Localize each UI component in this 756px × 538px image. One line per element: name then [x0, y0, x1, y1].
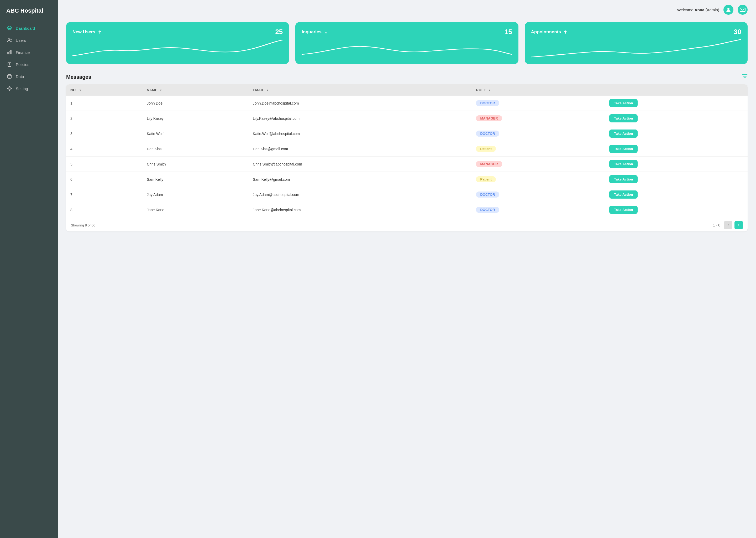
take-action-button[interactable]: Take Action [609, 130, 638, 138]
svg-rect-12 [740, 8, 745, 12]
prev-page-button[interactable]: ‹ [724, 221, 732, 229]
svg-point-9 [8, 75, 11, 76]
svg-point-0 [8, 39, 10, 40]
sidebar-item-setting[interactable]: Setting [3, 83, 55, 94]
table-row: 2 Lily Kasey Lily.Kasey@abchospital.com … [66, 111, 748, 126]
messages-table-wrap: NO. ▼ NAME ▼ EMAIL ▼ ROLE ▼ 1 John Doe J… [66, 84, 748, 232]
cell-action: Take Action [605, 111, 748, 126]
stat-label-appointments: Appointments [531, 29, 568, 35]
messages-table: NO. ▼ NAME ▼ EMAIL ▼ ROLE ▼ 1 John Doe J… [66, 84, 748, 217]
filter-icon[interactable] [742, 74, 748, 81]
cell-role: Patient [472, 172, 605, 187]
sidebar-item-dashboard-label: Dashboard [16, 26, 35, 30]
cell-email: Jane.Kane@abchospital.com [249, 202, 472, 218]
cell-action: Take Action [605, 202, 748, 218]
welcome-text: Welcome Anna (Admin) [677, 8, 719, 12]
messages-header: Messages [66, 74, 748, 81]
sidebar-item-dashboard[interactable]: Dashboard [3, 23, 55, 34]
take-action-button[interactable]: Take Action [609, 175, 638, 183]
cell-email: Katie.Wolf@abchospital.com [249, 126, 472, 141]
nav-items: Dashboard Users Finance [0, 23, 58, 94]
stat-chart-appointments [531, 39, 741, 60]
sidebar-item-data[interactable]: Data [3, 71, 55, 82]
cell-name: Sam Kelly [143, 172, 249, 187]
pagination-nav: 1 - 8 ‹ › [713, 221, 743, 229]
cell-name: Chris Smith [143, 157, 249, 172]
sidebar-item-users[interactable]: Users [3, 35, 55, 46]
role-badge: Patient [476, 146, 496, 152]
table-header-row: NO. ▼ NAME ▼ EMAIL ▼ ROLE ▼ [66, 84, 748, 96]
cell-name: Lily Kasey [143, 111, 249, 126]
cell-no: 4 [66, 141, 143, 157]
take-action-button[interactable]: Take Action [609, 190, 638, 198]
cell-no: 1 [66, 96, 143, 111]
cell-email: John.Doe@abchospital.com [249, 96, 472, 111]
cell-email: Chris.Smith@abchospital.com [249, 157, 472, 172]
sidebar-item-data-label: Data [16, 74, 24, 79]
gear-icon [7, 86, 12, 91]
cell-email: Sam.Kelly@gmail.com [249, 172, 472, 187]
svg-rect-2 [8, 52, 8, 54]
col-header-role[interactable]: ROLE ▼ [472, 84, 605, 96]
col-header-action [605, 84, 748, 96]
sidebar-item-policies-label: Policies [16, 62, 29, 67]
cell-name: Jay Adam [143, 187, 249, 202]
svg-rect-4 [11, 50, 11, 54]
role-badge: DOCTOR [476, 191, 499, 197]
take-action-button[interactable]: Take Action [609, 145, 638, 153]
stat-card-new-users: New Users 25 [66, 22, 289, 64]
page-range: 1 - 8 [713, 223, 720, 227]
pagination: Showing 8 of 60 1 - 8 ‹ › [66, 217, 748, 232]
cell-email: Lily.Kasey@abchospital.com [249, 111, 472, 126]
cell-name: Dan Kiss [143, 141, 249, 157]
table-row: 5 Chris Smith Chris.Smith@abchospital.co… [66, 157, 748, 172]
take-action-button[interactable]: Take Action [609, 114, 638, 123]
users-icon [7, 37, 12, 43]
cell-role: MANAGER [472, 157, 605, 172]
cell-role: Patient [472, 141, 605, 157]
cell-role: DOCTOR [472, 96, 605, 111]
cell-email: Jay.Adam@abchospital.com [249, 187, 472, 202]
col-header-no[interactable]: NO. ▼ [66, 84, 143, 96]
cell-action: Take Action [605, 172, 748, 187]
col-header-email[interactable]: EMAIL ▼ [249, 84, 472, 96]
cell-action: Take Action [605, 187, 748, 202]
sidebar: ABC Hospital Dashboard User [0, 0, 58, 538]
col-header-name[interactable]: NAME ▼ [143, 84, 249, 96]
cell-action: Take Action [605, 141, 748, 157]
stat-value-new-users: 25 [275, 28, 283, 36]
svg-rect-3 [9, 51, 10, 54]
profile-icon[interactable] [724, 5, 733, 15]
sidebar-item-policies[interactable]: Policies [3, 59, 55, 70]
cell-no: 6 [66, 172, 143, 187]
layers-icon [7, 26, 12, 31]
chart-bar-icon [7, 50, 12, 55]
take-action-button[interactable]: Take Action [609, 206, 638, 214]
cell-name: John Doe [143, 96, 249, 111]
messages-title: Messages [66, 74, 91, 80]
file-icon [7, 62, 12, 67]
take-action-button[interactable]: Take Action [609, 160, 638, 168]
stat-value-inquaries: 15 [504, 28, 512, 36]
table-row: 3 Katie Wolf Katie.Wolf@abchospital.com … [66, 126, 748, 141]
table-row: 7 Jay Adam Jay.Adam@abchospital.com DOCT… [66, 187, 748, 202]
take-action-button[interactable]: Take Action [609, 99, 638, 107]
sidebar-item-setting-label: Setting [16, 86, 28, 91]
sidebar-item-finance-label: Finance [16, 50, 30, 55]
stat-chart-inquaries [302, 39, 512, 60]
content-area: New Users 25 Inquaries [58, 20, 756, 538]
next-page-button[interactable]: › [734, 221, 743, 229]
database-icon [7, 74, 12, 79]
stat-label-inquaries: Inquaries [302, 29, 328, 35]
role-badge: DOCTOR [476, 131, 499, 136]
cell-no: 8 [66, 202, 143, 218]
sidebar-item-finance[interactable]: Finance [3, 47, 55, 58]
stat-chart-new-users [72, 39, 283, 60]
app-title: ABC Hospital [0, 0, 58, 23]
cell-role: DOCTOR [472, 187, 605, 202]
svg-point-1 [10, 39, 11, 40]
mail-icon[interactable] [737, 5, 748, 15]
role-badge: DOCTOR [476, 100, 499, 106]
svg-point-11 [728, 8, 730, 10]
table-row: 4 Dan Kiss Dan.Kiss@gmail.com Patient Ta… [66, 141, 748, 157]
